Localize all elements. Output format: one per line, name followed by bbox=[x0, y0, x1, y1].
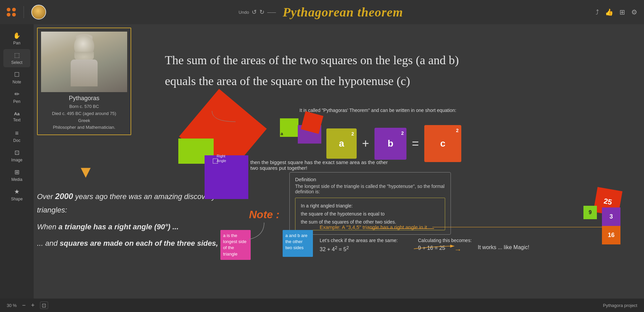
tri-red-value: 25 bbox=[603, 197, 613, 207]
logo-area bbox=[7, 5, 46, 20]
definition-text: The longest side of the triangle is call… bbox=[295, 184, 445, 194]
note-icon: ☐ bbox=[14, 71, 20, 78]
tri-green-value: 9 bbox=[589, 209, 592, 216]
pythagoras-nationality: Greek bbox=[41, 117, 127, 124]
pythagoras-details: Born c. 570 BC Died c. 495 BC (aged arou… bbox=[41, 103, 127, 131]
pythagoras-born: Born c. 570 BC bbox=[41, 103, 127, 110]
undo-redo-controls: Undo ↺ ↻ ―― bbox=[239, 8, 276, 16]
logo-icon[interactable] bbox=[7, 8, 16, 16]
page-title: Pythagorean theorem bbox=[283, 5, 403, 20]
equals-operator: = bbox=[412, 136, 419, 151]
pen-icon: ✏ bbox=[14, 90, 20, 98]
image-icon: ⊡ bbox=[14, 149, 20, 156]
zoom-in-button[interactable]: + bbox=[31, 302, 35, 309]
pythagoras-image bbox=[41, 32, 127, 92]
canvas[interactable]: Pythagoras Born c. 570 BC Died c. 495 BC… bbox=[34, 24, 644, 299]
tri-purple-value: 3 bbox=[609, 213, 613, 220]
check-area: Let's check if the areas are the same: 3… bbox=[320, 238, 472, 252]
avatar[interactable] bbox=[31, 5, 46, 20]
pythagoras-died: Died c. 495 BC (aged around 75) bbox=[41, 110, 127, 117]
handwriting-text: The sum of the areas of the two squares … bbox=[165, 51, 631, 90]
select-icon: ⬚ bbox=[14, 51, 20, 59]
c-exponent: 2 bbox=[456, 128, 459, 133]
sidebar-item-media[interactable]: ⊞ Media bbox=[3, 166, 30, 184]
redo-label: ―― bbox=[267, 10, 276, 15]
check-right: Calculating this becomes: 9 + 16 = 25 bbox=[418, 238, 472, 252]
sidebar-label-image: Image bbox=[11, 158, 22, 162]
sidebar-label-pan: Pan bbox=[13, 41, 20, 45]
project-name: Pythagora project bbox=[603, 303, 637, 308]
undo-button[interactable]: ↺ bbox=[252, 8, 257, 16]
a-math-label: a bbox=[339, 138, 344, 149]
b-exponent: 2 bbox=[401, 130, 404, 136]
c-math-label: c bbox=[440, 138, 445, 149]
tri-square-green: 9 bbox=[583, 206, 597, 219]
sidebar-label-text: Text bbox=[13, 118, 21, 122]
sidebar-item-pan[interactable]: ✋ Pan bbox=[3, 30, 30, 48]
check-left: Let's check if the areas are the same: 3… bbox=[320, 238, 398, 252]
sidebar-label-shape: Shape bbox=[11, 197, 23, 201]
sidebar-item-pen[interactable]: ✏ Pen bbox=[3, 88, 30, 106]
top-bar: Undo ↺ ↻ ―― Pythagorean theorem ⤴ 👍 ⊞ ⚙ bbox=[0, 0, 644, 24]
zoom-out-button[interactable]: − bbox=[22, 302, 26, 309]
zoom-level: 30 % bbox=[7, 303, 17, 308]
handwriting-line2: equals the area of the square on the hyp… bbox=[165, 72, 631, 90]
pythagoras-name: Pythagoras bbox=[41, 95, 127, 102]
definition-title: Definition bbox=[295, 177, 445, 182]
check-label-right: Calculating this becomes: bbox=[418, 238, 472, 243]
grid-icon[interactable]: ⊞ bbox=[619, 8, 625, 16]
note-label: Note : bbox=[249, 208, 280, 221]
sidebar-item-image[interactable]: ⊡ Image bbox=[3, 147, 30, 165]
purple-square bbox=[205, 155, 248, 199]
doc-icon: ≡ bbox=[15, 130, 19, 137]
sidebar-label-media: Media bbox=[11, 177, 23, 182]
theorem-note: It is called "Pythagoras' Theorem" and c… bbox=[299, 108, 456, 113]
share-icon[interactable]: ⤴ bbox=[596, 8, 599, 16]
pan-icon: ✋ bbox=[13, 32, 21, 39]
fit-to-screen-button[interactable]: ⊡ bbox=[40, 302, 48, 309]
text-line-3: ... and squares are made on each of the … bbox=[37, 237, 246, 250]
b-math-label: b bbox=[388, 138, 393, 149]
sidebar-item-doc[interactable]: ≡ Doc bbox=[3, 127, 30, 145]
arrow-down-icon: ▼ bbox=[77, 162, 94, 182]
check-eq-left: 32 + 42 = 52 bbox=[320, 245, 398, 252]
tri-square-purple: 3 bbox=[602, 207, 620, 226]
note-box-pink: a is the longest side of the triangle bbox=[220, 230, 251, 260]
check-label-left: Let's check if the areas are the same: bbox=[320, 238, 398, 243]
sidebar-label-doc: Doc bbox=[13, 138, 20, 143]
square-b: b 2 bbox=[374, 128, 406, 160]
math-equation: a 2 + b 2 = c 2 bbox=[326, 125, 461, 162]
example-row: Example: A "3,4,5" triangle has a right … bbox=[320, 224, 617, 230]
like-icon[interactable]: 👍 bbox=[605, 8, 613, 16]
square-c: c 2 bbox=[424, 125, 461, 162]
tri-orange-value: 16 bbox=[608, 232, 614, 239]
shape-icon: ★ bbox=[14, 188, 20, 195]
handwriting-line1: The sum of the areas of the two squares … bbox=[165, 51, 631, 69]
sidebar-label-note: Note bbox=[12, 80, 21, 84]
definition-inner-text: In a right angled triangle: the square o… bbox=[301, 202, 439, 226]
pythagoras-card: Pythagoras Born c. 570 BC Died c. 495 BC… bbox=[37, 28, 131, 135]
sidebar-item-text[interactable]: Aa Text bbox=[3, 108, 30, 126]
sidebar-item-select[interactable]: ⬚ Select bbox=[3, 49, 30, 67]
example-line bbox=[432, 227, 617, 227]
top-right-controls: ⤴ 👍 ⊞ ⚙ bbox=[596, 8, 637, 16]
sidebar-item-note[interactable]: ☐ Note bbox=[3, 69, 30, 87]
bottom-bar: 30 % − + ⊡ Pythagora project bbox=[0, 299, 644, 312]
text-icon: Aa bbox=[14, 111, 20, 116]
small-a-square: a bbox=[280, 118, 298, 137]
text-line-2: When a triangle has a right angle (90°) … bbox=[37, 220, 246, 234]
note-box-blue: a and b are the other two sides bbox=[283, 230, 313, 257]
settings-icon[interactable]: ⚙ bbox=[631, 8, 637, 16]
square-a: a 2 bbox=[326, 128, 357, 159]
redo-button[interactable]: ↻ bbox=[259, 8, 264, 16]
magic-text: It works ... like Magic! bbox=[478, 244, 529, 250]
pythagoras-profession: Philosopher and Mathematician. bbox=[41, 124, 127, 131]
a-label: a bbox=[281, 131, 283, 136]
check-eq-right: 9 + 16 = 25 bbox=[418, 245, 472, 251]
media-icon: ⊞ bbox=[14, 168, 20, 176]
magic-arrow-icon: → bbox=[454, 245, 462, 254]
sidebar-item-shape[interactable]: ★ Shape bbox=[3, 186, 30, 204]
undo-label: Undo bbox=[239, 10, 249, 15]
example-text: Example: A "3,4,5" triangle has a right … bbox=[320, 224, 427, 230]
sidebar-label-pen: Pen bbox=[13, 99, 20, 104]
